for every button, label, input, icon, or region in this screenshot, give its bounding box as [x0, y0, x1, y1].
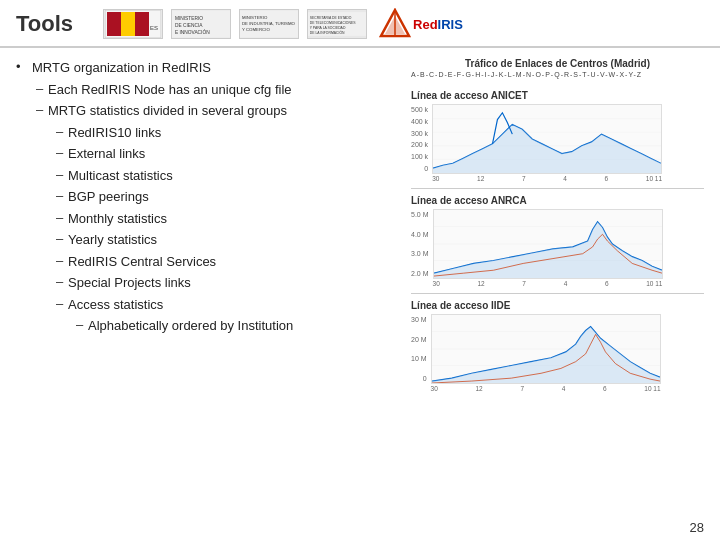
svg-rect-1 — [107, 12, 121, 36]
item-text-1: External links — [68, 144, 396, 164]
chart1-row: 500 k 400 k 300 k 200 k 100 k 0 — [411, 104, 704, 182]
page-number: 28 — [690, 520, 704, 535]
svg-rect-2 — [121, 12, 135, 36]
sub-text-1: Each RedIRIS Node has an unique cfg file — [48, 80, 396, 100]
list-item-8: – Access statistics — [56, 295, 396, 315]
svg-text:MINISTERIO: MINISTERIO — [242, 15, 268, 20]
main-bullet: • MRTG organization in RedIRIS — [16, 58, 396, 78]
dash-icon: – — [56, 188, 68, 203]
chart2-svg-container — [433, 209, 663, 279]
svg-text:DE INDUSTRIA, TURISMO: DE INDUSTRIA, TURISMO — [242, 21, 296, 26]
header-logos: ES MINISTERIO DE CIENCIA E INNOVACIÓN MI… — [103, 8, 463, 40]
left-panel: • MRTG organization in RedIRIS – Each Re… — [16, 58, 406, 500]
chart1-svg — [433, 105, 661, 173]
chart2-x-axis: 30 12 7 4 6 10 11 — [433, 280, 663, 287]
bullet-icon: • — [16, 59, 32, 74]
sub-access-item: – Alphabetically ordered by Institution — [76, 316, 396, 336]
main-chart-title: Tráfico de Enlaces de Centros (Madrid) — [411, 58, 704, 69]
item-text-5: Yearly statistics — [68, 230, 396, 250]
dash-sub-icon: – — [76, 317, 88, 332]
main-content: • MRTG organization in RedIRIS – Each Re… — [0, 48, 720, 510]
logo-rediris: RedIRIS — [379, 8, 463, 40]
logo-ministerio3: SECRETARÍA DE ESTADO DE TELECOMUNICACION… — [307, 9, 367, 39]
chart1-x-axis: 30 12 7 4 6 10 11 — [432, 175, 662, 182]
header: Tools ES MINISTERIO DE CIENCIA E INNOVAC… — [0, 0, 720, 48]
list-item-5: – Yearly statistics — [56, 230, 396, 250]
chart2-row: 5.0 M 4.0 M 3.0 M 2.0 M — [411, 209, 704, 287]
list-item-1: – External links — [56, 144, 396, 164]
logo-ministerio1: MINISTERIO DE CIENCIA E INNOVACIÓN — [171, 9, 231, 39]
svg-text:E INNOVACIÓN: E INNOVACIÓN — [175, 29, 210, 35]
chart-section-2: Línea de acceso ANRCA 5.0 M 4.0 M 3.0 M … — [411, 189, 704, 294]
chart3-y-labels: 30 M 20 M 10 M 0 — [411, 314, 427, 384]
dash-icon: – — [56, 296, 68, 311]
dash-icon: – — [56, 274, 68, 289]
dash-icon: – — [56, 231, 68, 246]
svg-text:DE CIENCIA: DE CIENCIA — [175, 23, 203, 28]
item-text-8: Access statistics — [68, 295, 396, 315]
svg-text:Y COMERCIO: Y COMERCIO — [242, 27, 271, 32]
sub-items-level1: – Each RedIRIS Node has an unique cfg fi… — [16, 80, 396, 121]
list-item-2: – Multicast statistics — [56, 166, 396, 186]
item-text-7: Special Projects links — [68, 273, 396, 293]
svg-text:DE LA INFORMACIÓN: DE LA INFORMACIÓN — [310, 30, 345, 35]
dash-icon: – — [56, 124, 68, 139]
list-item-4: – Monthly statistics — [56, 209, 396, 229]
sub-access-indent: – Alphabetically ordered by Institution — [16, 316, 396, 336]
sub-item-2: – MRTG statistics divided in several gro… — [36, 101, 396, 121]
chart1-container: 30 12 7 4 6 10 11 — [432, 104, 662, 182]
dash-icon: – — [56, 145, 68, 160]
svg-text:MINISTERIO: MINISTERIO — [175, 16, 203, 21]
chart1-title: Línea de acceso ANICET — [411, 90, 704, 101]
chart2-container: 30 12 7 4 6 10 11 — [433, 209, 663, 287]
item-text-6: RedIRIS Central Services — [68, 252, 396, 272]
sub-access-text: Alphabetically ordered by Institution — [88, 316, 396, 336]
dash-icon: – — [56, 210, 68, 225]
chart-section-1: Línea de acceso ANICET 500 k 400 k 300 k… — [411, 84, 704, 189]
item-text-3: BGP peerings — [68, 187, 396, 207]
chart-title-block: Tráfico de Enlaces de Centros (Madrid) A… — [411, 58, 704, 80]
svg-rect-3 — [135, 12, 149, 36]
sub-items-level2: – RedIRIS10 links– External links– Multi… — [16, 123, 396, 315]
chart1-svg-container — [432, 104, 662, 174]
item-text-4: Monthly statistics — [68, 209, 396, 229]
logo-ministerio2: MINISTERIO DE INDUSTRIA, TURISMO Y COMER… — [239, 9, 299, 39]
chart3-row: 30 M 20 M 10 M 0 — [411, 314, 704, 392]
chart1-y-labels: 500 k 400 k 300 k 200 k 100 k 0 — [411, 104, 428, 174]
svg-text:SECRETARÍA DE ESTADO: SECRETARÍA DE ESTADO — [310, 16, 352, 20]
chart3-svg-container — [431, 314, 661, 384]
main-bullet-text: MRTG organization in RedIRIS — [32, 58, 396, 78]
list-item-7: – Special Projects links — [56, 273, 396, 293]
chart3-title: Línea de acceso IIDE — [411, 300, 704, 311]
chart3-svg — [432, 315, 660, 383]
item-text-0: RedIRIS10 links — [68, 123, 396, 143]
page-title: Tools — [16, 11, 73, 37]
sub-text-2: MRTG statistics divided in several group… — [48, 101, 396, 121]
item-text-2: Multicast statistics — [68, 166, 396, 186]
footer: 28 — [690, 520, 704, 535]
sub-item-1: – Each RedIRIS Node has an unique cfg fi… — [36, 80, 396, 100]
list-item-3: – BGP peerings — [56, 187, 396, 207]
logo-gobierno: ES — [103, 9, 163, 39]
dash-icon-1: – — [36, 81, 48, 96]
svg-text:ES: ES — [150, 25, 158, 31]
chart-letters: A-B-C-D-E-F-G-H-I-J-K-L-M-N-O-P-Q-R-S-T-… — [411, 71, 704, 78]
right-panel: Tráfico de Enlaces de Centros (Madrid) A… — [406, 58, 704, 500]
chart3-x-axis: 30 12 7 4 6 10 11 — [431, 385, 661, 392]
list-item-6: – RedIRIS Central Services — [56, 252, 396, 272]
dash-icon: – — [56, 253, 68, 268]
dash-icon-2: – — [36, 102, 48, 117]
dash-icon: – — [56, 167, 68, 182]
chart3-container: 30 12 7 4 6 10 11 — [431, 314, 661, 392]
chart2-title: Línea de acceso ANRCA — [411, 195, 704, 206]
svg-text:DE TELECOMUNICACIONES: DE TELECOMUNICACIONES — [310, 21, 356, 25]
list-item-0: – RedIRIS10 links — [56, 123, 396, 143]
chart2-svg — [434, 210, 662, 278]
chart2-y-labels: 5.0 M 4.0 M 3.0 M 2.0 M — [411, 209, 429, 279]
chart-section-3: Línea de acceso IIDE 30 M 20 M 10 M 0 — [411, 294, 704, 398]
svg-text:Y PARA LA SOCIEDAD: Y PARA LA SOCIEDAD — [310, 26, 346, 30]
